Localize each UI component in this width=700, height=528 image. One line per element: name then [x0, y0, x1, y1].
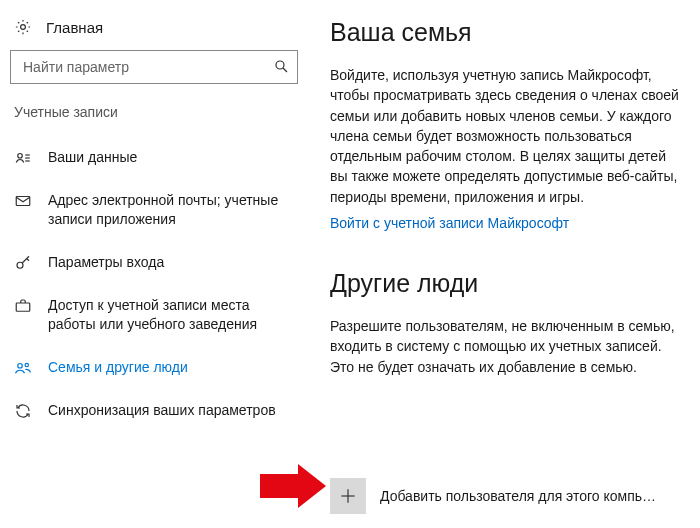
search-box[interactable]: [10, 50, 298, 84]
settings-content: Ваша семья Войдите, используя учетную за…: [308, 0, 700, 528]
signin-link[interactable]: Войти с учетной записи Майкрософт: [330, 215, 569, 231]
search-icon: [273, 58, 289, 77]
sync-icon: [14, 402, 32, 420]
sidebar-item-signin-options[interactable]: Параметры входа: [10, 241, 298, 284]
svg-point-11: [25, 363, 28, 366]
svg-point-8: [17, 262, 23, 268]
home-label: Главная: [46, 19, 103, 36]
sidebar-item-email-accounts[interactable]: Адрес электронной почты; учетные записи …: [10, 179, 298, 241]
sidebar-item-family[interactable]: Семья и другие люди: [10, 346, 298, 389]
add-user-button[interactable]: Добавить пользователя для этого компь…: [330, 478, 682, 514]
sidebar-item-label: Параметры входа: [48, 253, 294, 272]
sidebar-item-label: Доступ к учетной записи места работы или…: [48, 296, 294, 334]
svg-point-0: [21, 25, 26, 30]
svg-point-10: [18, 363, 23, 368]
svg-point-3: [18, 154, 23, 159]
sidebar-item-label: Семья и другие люди: [48, 358, 294, 377]
sidebar-item-label: Адрес электронной почты; учетные записи …: [48, 191, 294, 229]
sidebar-item-your-info[interactable]: Ваши данные: [10, 136, 298, 179]
other-people-description: Разрешите пользователям, не включенным в…: [330, 316, 682, 377]
sidebar-item-label: Ваши данные: [48, 148, 294, 167]
svg-point-1: [276, 61, 284, 69]
settings-sidebar: Главная Учетные записи Ваши данные: [0, 0, 308, 528]
key-icon: [14, 254, 32, 272]
svg-rect-7: [16, 197, 30, 206]
svg-line-2: [283, 68, 287, 72]
other-people-heading: Другие люди: [330, 269, 682, 298]
plus-icon: [330, 478, 366, 514]
sidebar-item-sync[interactable]: Синхронизация ваших параметров: [10, 389, 298, 432]
add-user-label: Добавить пользователя для этого компь…: [380, 488, 682, 504]
mail-icon: [14, 192, 32, 210]
callout-arrow-icon: [260, 464, 326, 508]
family-heading: Ваша семья: [330, 18, 682, 47]
briefcase-icon: [14, 297, 32, 315]
home-nav[interactable]: Главная: [10, 18, 298, 50]
search-input[interactable]: [21, 58, 273, 76]
person-card-icon: [14, 149, 32, 167]
svg-rect-9: [16, 303, 30, 311]
family-description: Войдите, используя учетную запись Майкро…: [330, 65, 682, 207]
people-icon: [14, 359, 32, 377]
sidebar-section-title: Учетные записи: [10, 102, 298, 136]
sidebar-item-label: Синхронизация ваших параметров: [48, 401, 294, 420]
sidebar-item-work-access[interactable]: Доступ к учетной записи места работы или…: [10, 284, 298, 346]
gear-icon: [14, 18, 32, 36]
